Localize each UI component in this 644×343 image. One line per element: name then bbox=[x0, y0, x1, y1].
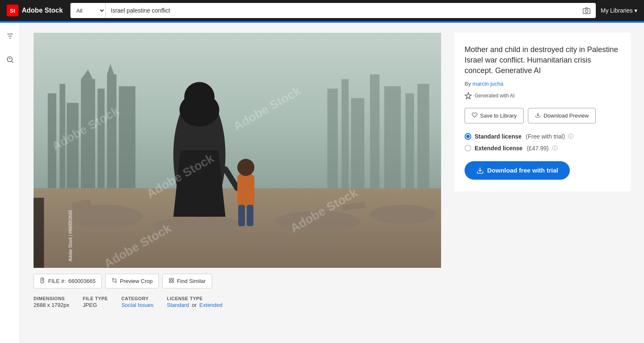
file-number-button[interactable]: FILE #: 660003665 bbox=[34, 274, 102, 288]
license-type-label: LICENSE TYPE bbox=[167, 296, 223, 301]
extended-license-radio[interactable] bbox=[465, 145, 471, 152]
crop-icon bbox=[112, 278, 117, 285]
find-similar-button[interactable]: Find Similar bbox=[162, 274, 212, 288]
svg-line-6 bbox=[11, 61, 13, 63]
svg-point-38 bbox=[237, 159, 254, 176]
search-category-select[interactable]: All Images Videos Audio bbox=[70, 3, 106, 18]
main-image-container: Adobe Stock Adobe Stock Adobe Stock Adob… bbox=[34, 33, 441, 268]
download-free-trial-button[interactable]: Download free with trial bbox=[465, 161, 570, 180]
my-libraries-label: My Libraries bbox=[601, 7, 633, 14]
author-link[interactable]: marcin jucha bbox=[473, 81, 504, 87]
svg-rect-20 bbox=[351, 98, 364, 189]
brand-name: Adobe Stock bbox=[22, 7, 63, 14]
extended-license-sublabel: (£47.99) bbox=[527, 145, 548, 152]
standard-license-option[interactable]: Standard license (Free with trial) ⓘ bbox=[465, 133, 621, 140]
svg-rect-24 bbox=[417, 84, 429, 189]
download-preview-label: Download Preview bbox=[543, 113, 589, 119]
standard-license-info-icon[interactable]: ⓘ bbox=[568, 133, 574, 140]
svg-point-5 bbox=[7, 57, 12, 62]
filter-icon[interactable] bbox=[3, 29, 17, 43]
find-similar-label: Find Similar bbox=[177, 278, 206, 284]
svg-point-28 bbox=[370, 205, 436, 224]
category-link[interactable]: Social Issues bbox=[121, 302, 153, 308]
svg-rect-50 bbox=[172, 278, 174, 280]
chevron-down-icon: ▾ bbox=[634, 7, 637, 14]
my-libraries-nav[interactable]: My Libraries ▾ bbox=[601, 7, 637, 14]
visual-search-button[interactable] bbox=[577, 6, 596, 15]
license-standard-link[interactable]: Standard bbox=[167, 302, 189, 308]
extended-license-info-icon[interactable]: ⓘ bbox=[552, 144, 558, 152]
svg-rect-46 bbox=[34, 198, 44, 268]
file-type-value: JPEG bbox=[83, 302, 108, 308]
author-line: By marcin jucha bbox=[465, 81, 621, 87]
page-layout: Adobe Stock Adobe Stock Adobe Stock Adob… bbox=[0, 23, 644, 343]
similar-icon bbox=[169, 278, 174, 285]
meta-dimensions: DIMENSIONS 2688 x 1792px bbox=[34, 296, 69, 308]
file-icon bbox=[40, 278, 46, 285]
image-title: Mother and child in destroyed city in Pa… bbox=[465, 45, 621, 76]
svg-point-1 bbox=[585, 10, 588, 13]
ai-badge-text: Generated with AI bbox=[475, 93, 514, 99]
main-content: Adobe Stock Adobe Stock Adobe Stock Adob… bbox=[20, 23, 644, 343]
svg-rect-22 bbox=[384, 86, 401, 188]
image-actions: FILE #: 660003665 Preview Crop bbox=[34, 274, 441, 288]
left-sidebar bbox=[0, 23, 20, 343]
extended-license-label: Extended license bbox=[475, 145, 522, 152]
save-library-label: Save to Library bbox=[480, 113, 517, 119]
detail-panel: Mother and child in destroyed city in Pa… bbox=[454, 33, 631, 191]
download-cta-label: Download free with trial bbox=[487, 167, 558, 174]
license-or-text: or bbox=[192, 302, 197, 308]
license-type-value: Standard or Extended bbox=[167, 302, 223, 308]
download-preview-button[interactable]: Download Preview bbox=[528, 108, 596, 123]
svg-rect-37 bbox=[237, 174, 254, 207]
svg-rect-52 bbox=[172, 281, 174, 283]
preview-crop-button[interactable]: Preview Crop bbox=[105, 274, 159, 288]
meta-license-type: LICENSE TYPE Standard or Extended bbox=[167, 296, 223, 308]
svg-rect-14 bbox=[107, 74, 117, 188]
file-number-value: 660003665 bbox=[68, 278, 96, 284]
preview-crop-label: Preview Crop bbox=[120, 278, 153, 284]
action-buttons-row: Save to Library Download Preview bbox=[465, 108, 621, 123]
svg-rect-51 bbox=[169, 281, 171, 283]
svg-rect-40 bbox=[247, 205, 254, 226]
top-navigation: St Adobe Stock All Images Videos Audio M… bbox=[0, 0, 644, 21]
standard-license-radio[interactable] bbox=[465, 133, 471, 140]
svg-rect-21 bbox=[370, 74, 379, 188]
extended-license-option[interactable]: Extended license (£47.99) ⓘ bbox=[465, 144, 621, 152]
dimensions-label: DIMENSIONS bbox=[34, 296, 69, 301]
by-label: By bbox=[465, 81, 471, 87]
ai-sparkle-icon bbox=[465, 92, 472, 99]
svg-rect-18 bbox=[327, 89, 338, 188]
scene-illustration: Adobe Stock Adobe Stock Adobe Stock Adob… bbox=[34, 33, 441, 268]
svg-rect-19 bbox=[342, 79, 349, 188]
license-extended-link[interactable]: Extended bbox=[200, 302, 223, 308]
category-label: CATEGORY bbox=[121, 296, 153, 301]
download-star-icon bbox=[476, 167, 484, 174]
dimensions-value: 2688 x 1792px bbox=[34, 302, 69, 308]
svg-rect-15 bbox=[119, 86, 135, 188]
download-arrow-icon bbox=[535, 112, 541, 119]
search-bar: All Images Videos Audio bbox=[70, 3, 596, 18]
svg-text:Adobe Stock | #660003665: Adobe Stock | #660003665 bbox=[68, 210, 73, 262]
brand-logo[interactable]: St Adobe Stock bbox=[7, 5, 65, 16]
image-metadata: DIMENSIONS 2688 x 1792px FILE TYPE JPEG … bbox=[34, 296, 441, 308]
svg-rect-13 bbox=[98, 89, 105, 188]
standard-license-label: Standard license bbox=[475, 133, 522, 140]
file-type-label: FILE TYPE bbox=[83, 296, 108, 301]
search-input[interactable] bbox=[106, 7, 577, 14]
standard-license-sublabel: (Free with trial) bbox=[526, 133, 565, 140]
content-grid: Adobe Stock Adobe Stock Adobe Stock Adob… bbox=[34, 33, 631, 308]
image-section: Adobe Stock Adobe Stock Adobe Stock Adob… bbox=[34, 33, 441, 308]
license-options: Standard license (Free with trial) ⓘ Ext… bbox=[465, 133, 621, 152]
meta-file-type: FILE TYPE JPEG bbox=[83, 296, 108, 308]
visual-search-sidebar-icon[interactable] bbox=[3, 53, 17, 66]
save-to-library-button[interactable]: Save to Library bbox=[465, 108, 524, 123]
ai-generated-badge: Generated with AI bbox=[465, 92, 621, 99]
heart-icon bbox=[472, 112, 478, 119]
svg-rect-49 bbox=[169, 278, 171, 280]
svg-point-34 bbox=[179, 93, 219, 126]
brand-icon: St bbox=[7, 5, 18, 16]
svg-rect-39 bbox=[238, 205, 245, 226]
file-number-label: FILE #: bbox=[48, 278, 66, 284]
meta-category: CATEGORY Social Issues bbox=[121, 296, 153, 308]
